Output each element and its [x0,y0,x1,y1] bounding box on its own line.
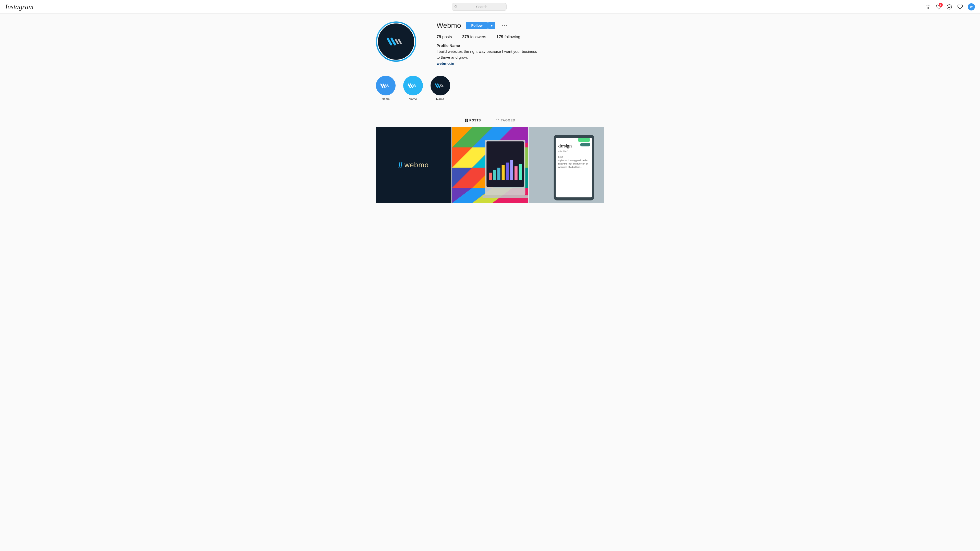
svg-rect-21 [466,119,468,120]
svg-text:/da·ˈzīn/: /da·ˈzīn/ [558,149,568,152]
compass-icon[interactable] [946,4,953,10]
grid-icon [465,118,468,122]
phone-design-container: de·sign /da·ˈzīn/ noun a plan or drawing… [528,127,604,203]
search-icon [454,5,457,9]
profile-avatar-inner [377,23,415,60]
svg-text:a plan or drawing produced to: a plan or drawing produced to [558,159,588,162]
notifications-icon[interactable]: 5 [935,4,942,10]
instagram-logo[interactable]: Instagram [5,3,33,11]
svg-rect-48 [501,165,504,180]
svg-rect-20 [465,119,466,120]
profile-bio: Profile Name I build websites the right … [437,43,605,65]
followers-stat[interactable]: 379 followers [462,35,486,39]
tab-posts-label: POSTS [469,119,481,122]
svg-rect-46 [493,170,496,180]
search-input[interactable] [452,3,507,11]
svg-text:show the look and function or: show the look and function or [558,162,588,165]
profile-stats: 79 posts 379 followers 179 following [437,35,605,39]
highlight-item-1[interactable]: Name [376,76,396,101]
following-label: following [504,35,520,39]
highlight-logo-icon-1 [380,82,391,89]
posts-count: 79 [437,35,441,39]
svg-rect-50 [510,160,513,180]
follow-button[interactable]: Follow [466,22,487,29]
grid-svg-icon [465,119,468,122]
highlight-ring-2 [403,76,423,95]
following-stat[interactable]: 179 following [496,35,520,39]
more-options-button[interactable]: ··· [500,22,509,29]
tabs-bar: POSTS TAGGED [376,114,605,127]
highlight-logo-icon-3 [435,82,445,89]
svg-rect-63 [578,138,590,142]
highlight-item-2[interactable]: Name [403,76,423,101]
svg-marker-3 [948,6,950,8]
highlight-ring-3 [431,76,450,95]
highlight-logo-icon-2 [408,82,418,89]
avatar[interactable]: W [968,3,975,11]
webmo-text: webmo [404,161,429,169]
svg-rect-47 [497,168,501,180]
profile-username: Webmo [437,21,461,30]
profile-bio-name: Profile Name [437,43,605,48]
svg-line-1 [456,7,457,7]
svg-rect-45 [489,173,492,180]
svg-rect-23 [466,121,468,122]
following-count: 179 [496,35,503,39]
posts-grid: // webmo [376,127,605,203]
profile-top-row: Webmo Follow ▾ ··· [437,21,605,30]
posts-stat[interactable]: 79 posts [437,35,452,39]
home-icon[interactable] [925,4,931,10]
highlights-row: Name Name [376,76,605,103]
tag-icon [496,118,500,122]
webmo-text-logo: // webmo [398,161,429,169]
followers-label: followers [470,35,486,39]
follow-btn-group: Follow ▾ [466,22,495,29]
svg-point-2 [947,4,952,9]
svg-rect-44 [482,195,528,198]
main-content: Webmo Follow ▾ ··· 79 posts 379 follower… [371,14,609,203]
profile-avatar-ring [376,21,416,62]
header-nav: 5 W [925,3,975,11]
webmo-slashes-icon: // [398,161,402,169]
heart-icon[interactable] [957,4,963,10]
profile-avatar-wrap [376,21,416,62]
svg-rect-22 [465,121,466,122]
posts-label: posts [442,35,452,39]
post-2[interactable] [452,127,528,203]
webmo-logo-icon [387,35,405,48]
svg-text:noun: noun [558,156,563,158]
header: Instagram 5 [0,0,980,14]
post-3[interactable]: de·sign /da·ˈzīn/ noun a plan or drawing… [528,127,604,203]
search-container [452,3,507,11]
svg-text:de·sign: de·sign [558,143,572,148]
follow-dropdown-button[interactable]: ▾ [488,22,495,29]
highlight-item-3[interactable]: Name [431,76,450,101]
highlight-label-1: Name [382,97,390,101]
phone-design-svg: de·sign /da·ˈzīn/ noun a plan or drawing… [528,127,604,203]
highlight-label-2: Name [409,97,417,101]
svg-text:workings of a building...: workings of a building... [558,166,582,168]
profile-bio-text: I build websites the right way because I… [437,49,539,60]
post-1[interactable]: // webmo [376,127,452,203]
svg-point-0 [455,5,457,7]
tag-svg-icon [496,119,500,122]
highlight-ring-1 [376,76,396,95]
profile-info: Webmo Follow ▾ ··· 79 posts 379 follower… [437,21,605,65]
profile-header: Webmo Follow ▾ ··· 79 posts 379 follower… [376,21,605,65]
profile-bio-link[interactable]: webmo.in [437,61,454,65]
tab-posts[interactable]: POSTS [465,114,481,127]
svg-rect-49 [506,162,509,180]
svg-rect-64 [580,143,590,146]
tab-tagged-label: TAGGED [501,119,515,122]
followers-count: 379 [462,35,469,39]
tab-tagged[interactable]: TAGGED [496,114,515,127]
svg-rect-51 [514,166,517,180]
colorful-triangles-svg [452,127,528,203]
search-wrapper [452,3,507,11]
highlight-label-3: Name [436,97,444,101]
svg-rect-43 [487,141,524,187]
notification-badge: 5 [939,3,943,7]
svg-rect-52 [519,164,522,180]
